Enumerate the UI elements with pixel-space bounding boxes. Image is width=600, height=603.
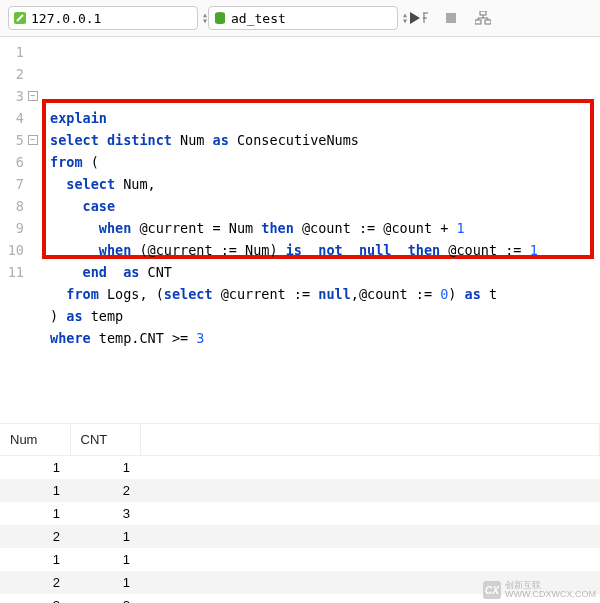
svg-rect-7 xyxy=(480,11,486,15)
cell: 2 xyxy=(70,479,140,502)
line-number: 10 xyxy=(0,239,38,261)
results-panel: NumCNT 11121321112122 xyxy=(0,423,600,603)
database-icon xyxy=(213,10,227,26)
code-line[interactable]: from Logs, (select @current := null,@cou… xyxy=(50,283,594,305)
database-input[interactable] xyxy=(231,11,400,26)
line-number: 11 xyxy=(0,261,38,283)
table-row[interactable]: 11 xyxy=(0,456,600,480)
cell: 1 xyxy=(70,456,140,480)
line-number: 3− xyxy=(0,85,38,107)
cell: 2 xyxy=(0,571,70,594)
line-number: 9 xyxy=(0,217,38,239)
cell: 2 xyxy=(70,594,140,603)
toolbar: ▴▾ ▴▾ xyxy=(0,0,600,37)
code-line[interactable]: when (@current := Num) is not null then … xyxy=(50,239,594,261)
code-line[interactable]: ) as temp xyxy=(50,305,594,327)
stop-button[interactable] xyxy=(440,7,462,29)
column-header[interactable]: CNT xyxy=(70,424,140,456)
cell: 3 xyxy=(70,502,140,525)
line-number: 4 xyxy=(0,107,38,129)
connection-icon xyxy=(13,10,27,26)
watermark: CX 创新互联 WWW.CDXWCX.COM xyxy=(483,581,596,599)
cell: 1 xyxy=(70,571,140,594)
run-button[interactable] xyxy=(408,7,430,29)
fold-icon[interactable]: − xyxy=(28,135,38,145)
svg-marker-2 xyxy=(410,12,420,24)
line-gutter: 123−45−67891011 xyxy=(0,37,44,353)
code-area[interactable]: explainselect distinct Num as Consecutiv… xyxy=(44,37,600,353)
line-number: 5− xyxy=(0,129,38,151)
code-line[interactable]: case xyxy=(50,195,594,217)
table-row[interactable]: 21 xyxy=(0,525,600,548)
line-number: 8 xyxy=(0,195,38,217)
editor-padding xyxy=(0,353,600,423)
line-number: 1 xyxy=(0,41,38,63)
sql-editor[interactable]: 123−45−67891011 explainselect distinct N… xyxy=(0,37,600,353)
cell: 2 xyxy=(0,525,70,548)
explain-tree-button[interactable] xyxy=(472,7,494,29)
table-row[interactable]: 12 xyxy=(0,479,600,502)
cell: 1 xyxy=(70,525,140,548)
database-combo[interactable]: ▴▾ xyxy=(208,6,398,30)
column-header[interactable]: Num xyxy=(0,424,70,456)
cell: 1 xyxy=(70,548,140,571)
code-line[interactable]: select distinct Num as ConsecutiveNums xyxy=(50,129,594,151)
cell: 1 xyxy=(0,479,70,502)
code-line[interactable]: explain xyxy=(50,107,594,129)
connection-combo[interactable]: ▴▾ xyxy=(8,6,198,30)
results-table[interactable]: NumCNT 11121321112122 xyxy=(0,424,600,603)
table-row[interactable]: 11 xyxy=(0,548,600,571)
connection-input[interactable] xyxy=(31,11,200,26)
code-line[interactable]: where temp.CNT >= 3 xyxy=(50,327,594,349)
line-number: 2 xyxy=(0,63,38,85)
line-number: 7 xyxy=(0,173,38,195)
watermark-url: WWW.CDXWCX.COM xyxy=(505,590,596,599)
line-number: 6 xyxy=(0,151,38,173)
svg-rect-9 xyxy=(485,20,491,24)
code-line[interactable]: when @current = Num then @count := @coun… xyxy=(50,217,594,239)
cell: 1 xyxy=(0,548,70,571)
cell: 1 xyxy=(0,456,70,480)
code-line[interactable]: from ( xyxy=(50,151,594,173)
fold-icon[interactable]: − xyxy=(28,91,38,101)
code-line[interactable]: select Num, xyxy=(50,173,594,195)
table-row[interactable]: 13 xyxy=(0,502,600,525)
svg-rect-6 xyxy=(446,13,456,23)
cell: 1 xyxy=(0,502,70,525)
svg-rect-8 xyxy=(475,20,481,24)
watermark-badge: CX xyxy=(483,581,501,599)
code-line[interactable]: end as CNT xyxy=(50,261,594,283)
cell: 2 xyxy=(0,594,70,603)
